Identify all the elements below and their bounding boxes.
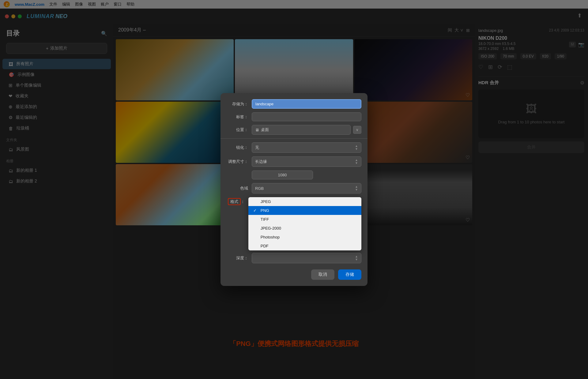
- format-row: 格式： JPEG ✓ PNG TIFF JPEG-2000: [227, 197, 361, 250]
- jpeg2000-check: [253, 226, 258, 231]
- location-label: 位置：: [227, 127, 248, 133]
- color-domain-row: 色域 RGB ▲▼: [227, 183, 361, 193]
- format-label-wrapper: 格式：: [227, 199, 245, 205]
- depth-select[interactable]: ▲▼: [252, 253, 361, 263]
- save-dialog: 存储为： 标签： 位置： 🖥 桌面 ∨ 锐化： 无: [221, 93, 368, 286]
- tiff-check: [253, 217, 258, 222]
- format-option-pdf[interactable]: PDF: [248, 242, 361, 250]
- resize-number-input[interactable]: [252, 171, 313, 179]
- resize-arrows: ▲▼: [355, 159, 358, 165]
- location-row: 位置： 🖥 桌面 ∨: [227, 125, 361, 135]
- color-domain-label: 色域: [227, 186, 248, 191]
- sharpening-label: 锐化：: [227, 145, 248, 150]
- cancel-button[interactable]: 取消: [311, 269, 334, 280]
- location-expand-button[interactable]: ∨: [353, 126, 361, 134]
- format-label: 格式: [228, 198, 241, 205]
- resize-select-row: 长边缘 ▲▼: [252, 156, 361, 167]
- sharpening-row: 锐化： 无 ▲▼: [227, 142, 361, 153]
- sharpening-select-row: 无 ▲▼: [252, 142, 361, 153]
- resize-number-row: [227, 171, 361, 179]
- format-option-png[interactable]: ✓ PNG: [248, 206, 361, 215]
- tag-row: 标签：: [227, 112, 361, 121]
- format-option-jpeg2000[interactable]: JPEG-2000: [248, 224, 361, 233]
- format-dropdown: JPEG ✓ PNG TIFF JPEG-2000 Photoshop: [248, 197, 361, 250]
- location-input[interactable]: 🖥 桌面: [252, 125, 351, 135]
- format-option-tiff[interactable]: TIFF: [248, 215, 361, 224]
- save-as-label: 存储为：: [227, 101, 248, 107]
- save-button[interactable]: 存储: [338, 269, 361, 280]
- tag-label: 标签：: [227, 114, 248, 120]
- depth-arrows: ▲▼: [355, 255, 358, 261]
- resize-label: 调整尺寸：: [227, 159, 248, 164]
- png-check: ✓: [253, 208, 258, 213]
- save-as-input[interactable]: [252, 99, 361, 109]
- format-option-jpeg-top[interactable]: JPEG: [248, 197, 361, 206]
- modal-divider: [221, 138, 368, 139]
- color-domain-select-row: RGB ▲▼: [252, 183, 361, 193]
- resize-select[interactable]: 长边缘 ▲▼: [252, 156, 361, 167]
- pdf-check: [253, 244, 258, 248]
- format-option-photoshop[interactable]: Photoshop: [248, 233, 361, 242]
- photoshop-check: [253, 235, 258, 239]
- color-domain-arrows: ▲▼: [355, 185, 358, 191]
- depth-row: 深度： ▲▼: [227, 253, 361, 263]
- tag-input[interactable]: [252, 112, 361, 121]
- depth-label: 深度：: [227, 255, 248, 261]
- desktop-icon: 🖥: [255, 128, 259, 132]
- save-as-row: 存储为：: [227, 99, 361, 109]
- jpeg-check: [253, 199, 258, 204]
- modal-footer: 取消 存储: [227, 269, 361, 280]
- modal-overlay: 存储为： 标签： 位置： 🖥 桌面 ∨ 锐化： 无: [0, 0, 588, 379]
- resize-row: 调整尺寸： 长边缘 ▲▼: [227, 156, 361, 167]
- sharpening-arrows: ▲▼: [355, 144, 358, 151]
- location-row-content: 🖥 桌面 ∨: [252, 125, 361, 135]
- sharpening-select[interactable]: 无 ▲▼: [252, 142, 361, 153]
- color-domain-select[interactable]: RGB ▲▼: [252, 183, 361, 193]
